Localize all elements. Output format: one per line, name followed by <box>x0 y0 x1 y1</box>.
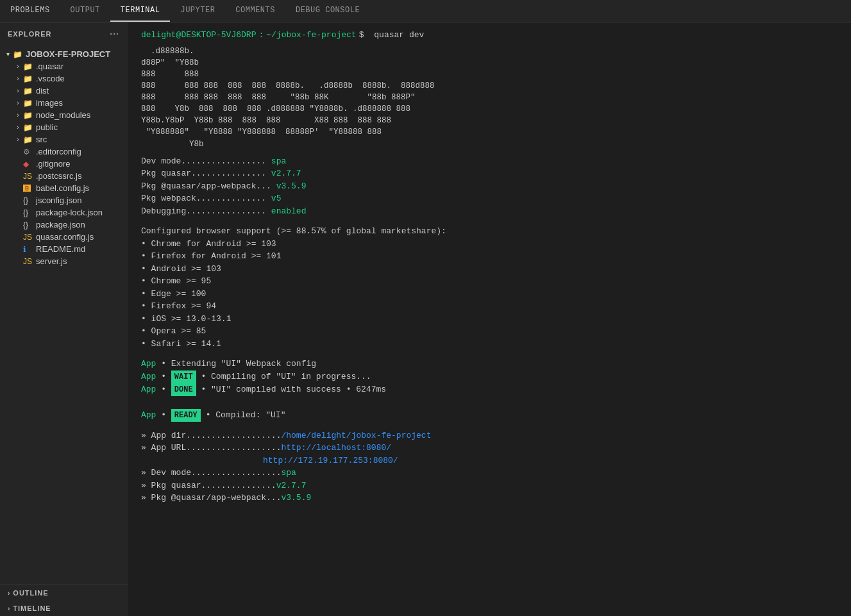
file-gitignore[interactable]: ◆ .gitignore <box>0 158 128 170</box>
info-section: Dev mode................. spa Pkg quasar… <box>141 155 838 218</box>
file-name: .gitignore <box>36 159 128 169</box>
folder-icon: 📁 <box>23 135 33 144</box>
file-name: dist <box>36 86 128 96</box>
folder-icon: 📁 <box>23 62 33 71</box>
file-quasar-folder[interactable]: › 📁 .quasar <box>0 60 128 72</box>
file-name: .vscode <box>36 74 128 83</box>
file-node-modules-folder[interactable]: › 📁 node_modules <box>0 109 128 121</box>
pkg-quasar2-value: v2.7.7 <box>276 481 307 490</box>
quasar-logo: .d88888b. d88P" "Y88b 888 888 888 888 88… <box>141 46 838 150</box>
wait-badge: WAIT <box>171 370 196 383</box>
file-tree: ▾ 📁 JOBOX-FE-PROJECT › 📁 .quasar › 📁 .vs… <box>0 46 128 585</box>
file-vscode-folder[interactable]: › 📁 .vscode <box>0 72 128 85</box>
folder-icon: 📁 <box>13 50 23 59</box>
terminal-area[interactable]: delight@DESKTOP-5VJ6DRP:~/jobox-fe-proje… <box>128 22 851 616</box>
file-dist-folder[interactable]: › 📁 dist <box>0 85 128 97</box>
project-root[interactable]: ▾ 📁 JOBOX-FE-PROJECT <box>0 48 128 60</box>
js-icon: JS <box>23 257 33 266</box>
project-name: JOBOX-FE-PROJECT <box>26 49 128 59</box>
browser-item: • Safari >= 14.1 <box>141 338 838 351</box>
more-options-icon[interactable]: ··· <box>108 28 121 40</box>
file-server-js[interactable]: JS server.js <box>0 255 128 267</box>
tab-problems[interactable]: PROBLEMS <box>0 0 60 22</box>
chevron-right-icon: › <box>13 99 23 106</box>
done-badge: DONE <box>171 383 196 396</box>
app-done-line: App • DONE • "UI" compiled with success … <box>141 383 838 396</box>
terminal-prompt-line: delight@DESKTOP-5VJ6DRP:~/jobox-fe-proje… <box>141 29 838 42</box>
js-icon: JS <box>23 233 33 242</box>
terminal-prompt-user: delight@DESKTOP-5VJ6DRP <box>141 29 256 42</box>
outline-label: OUTLINE <box>13 589 48 597</box>
tab-comments[interactable]: COMMENTS <box>225 0 285 22</box>
pkg-quasar-line: Pkg quasar............... v2.7.7 <box>141 167 838 180</box>
file-jsconfig-json[interactable]: {} jsconfig.json <box>0 194 128 206</box>
sidebar-header: EXPLORER ··· <box>0 22 128 46</box>
tab-bar: PROBLEMS OUTPUT TERMINAL JUPYTER COMMENT… <box>0 0 851 22</box>
sidebar-bottom: › OUTLINE › TIMELINE <box>0 585 128 616</box>
ready-badge: READY <box>171 409 201 422</box>
git-icon: ◆ <box>23 160 33 169</box>
file-public-folder[interactable]: › 📁 public <box>0 121 128 133</box>
browser-support-header: Configured browser support (>= 88.57% of… <box>141 225 838 238</box>
pkg-app-webpack-line: Pkg @quasar/app-webpack... v3.5.9 <box>141 180 838 193</box>
file-name: .editorconfig <box>36 147 128 156</box>
tab-output[interactable]: OUTPUT <box>60 0 110 22</box>
file-babel-config[interactable]: 🅱 babel.config.js <box>0 182 128 194</box>
browser-list: • Chrome for Android >= 103 • Firefox fo… <box>141 238 838 351</box>
file-name: jsconfig.json <box>36 196 128 205</box>
terminal-prompt-cmd: quasar dev <box>374 29 424 42</box>
sidebar-timeline[interactable]: › TIMELINE <box>0 601 128 616</box>
info-icon: ℹ <box>23 245 33 254</box>
app-status-section: App • Extending "UI" Webpack config App … <box>141 358 838 396</box>
file-quasar-config[interactable]: JS quasar.config.js <box>0 231 128 243</box>
folder-icon: 📁 <box>23 111 33 120</box>
app-url2-line: http://172.19.177.253:8080/ <box>141 454 838 467</box>
pkg-quasar-value: v2.7.7 <box>271 169 301 178</box>
chevron-down-icon: ▾ <box>3 51 13 58</box>
browser-item: • Chrome >= 95 <box>141 275 838 288</box>
folder-icon: 📁 <box>23 99 33 108</box>
chevron-right-icon: › <box>13 112 23 119</box>
file-images-folder[interactable]: › 📁 images <box>0 97 128 109</box>
terminal-prompt-sep: : <box>258 29 264 42</box>
file-name: .postcssrc.js <box>36 171 128 181</box>
chevron-right-icon: › <box>13 75 23 82</box>
explorer-label: EXPLORER <box>8 30 52 38</box>
chevron-right-icon: › <box>13 63 23 70</box>
app-ready-line: App • READY • Compiled: "UI" <box>141 409 838 422</box>
file-name: server.js <box>36 256 128 266</box>
app-dir-value: /home/delight/jobox-fe-project <box>281 431 431 440</box>
app-extending-line: App • Extending "UI" Webpack config <box>141 358 838 370</box>
babel-icon: 🅱 <box>23 184 33 193</box>
pkg-webpack-line: Pkg webpack.............. v5 <box>141 192 838 205</box>
file-name: package-lock.json <box>36 208 128 217</box>
pkg-appwebpack2-value: v3.5.9 <box>281 493 311 503</box>
main-area: EXPLORER ··· ▾ 📁 JOBOX-FE-PROJECT › 📁 .q… <box>0 22 851 616</box>
app-ready-section: App • READY • Compiled: "UI" <box>141 409 838 422</box>
file-name: public <box>36 122 128 132</box>
dev-mode2-line: » Dev mode..................spa <box>141 467 838 479</box>
file-name: babel.config.js <box>36 183 128 193</box>
file-package-lock-json[interactable]: {} package-lock.json <box>0 206 128 219</box>
app-wait-line: App • WAIT • Compiling of "UI" in progre… <box>141 370 838 383</box>
file-name: .quasar <box>36 62 128 71</box>
tab-terminal[interactable]: TERMINAL <box>110 0 171 22</box>
file-name: src <box>36 135 128 144</box>
browser-item: • Chrome for Android >= 103 <box>141 238 838 251</box>
file-src-folder[interactable]: › 📁 src <box>0 133 128 146</box>
chevron-right-icon: › <box>8 590 10 597</box>
js-icon: JS <box>23 172 33 181</box>
file-readme[interactable]: ℹ README.md <box>0 243 128 255</box>
pkg-app-webpack-value: v3.5.9 <box>276 181 307 191</box>
file-editorconfig[interactable]: ⚙ .editorconfig <box>0 146 128 158</box>
tab-jupyter[interactable]: JUPYTER <box>170 0 225 22</box>
tab-debug-console[interactable]: DEBUG CONSOLE <box>285 0 370 22</box>
sidebar-outline[interactable]: › OUTLINE <box>0 585 128 601</box>
chevron-right-icon: › <box>13 136 23 143</box>
app-url-value2: http://172.19.177.253:8080/ <box>263 456 398 465</box>
browser-item: • Firefox for Android >= 101 <box>141 250 838 263</box>
browser-support-section: Configured browser support (>= 88.57% of… <box>141 225 838 350</box>
file-package-json[interactable]: {} package.json <box>0 219 128 231</box>
chevron-right-icon: › <box>13 87 23 94</box>
file-postcssrc[interactable]: JS .postcssrc.js <box>0 170 128 182</box>
